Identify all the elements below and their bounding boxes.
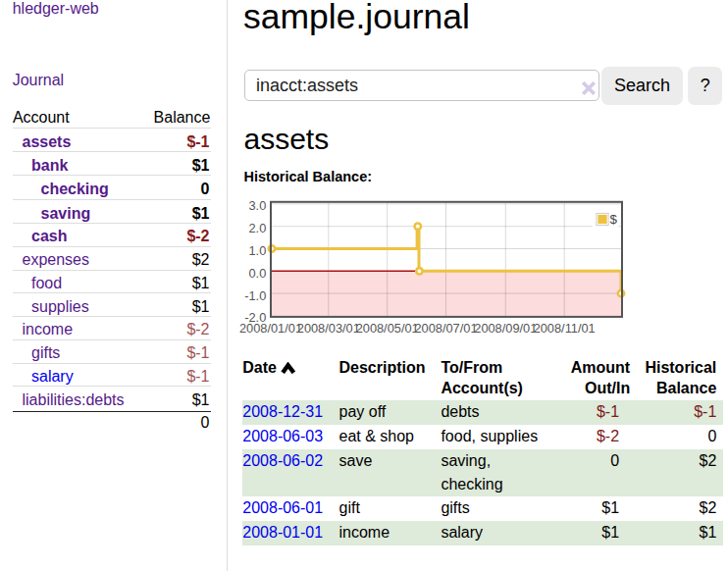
svg-text:$: $ <box>610 212 618 227</box>
svg-text:2.0: 2.0 <box>249 221 267 235</box>
svg-text:2008/09/01: 2008/09/01 <box>474 321 537 336</box>
svg-text:-1.0: -1.0 <box>244 288 266 303</box>
svg-text:2008/01/01: 2008/01/01 <box>239 321 302 336</box>
svg-text:3.0: 3.0 <box>249 198 267 213</box>
svg-text:1.0: 1.0 <box>249 243 267 258</box>
svg-text:0.0: 0.0 <box>249 266 267 281</box>
svg-text:2008/03/01: 2008/03/01 <box>297 321 360 336</box>
svg-text:2008/05/01: 2008/05/01 <box>356 321 419 336</box>
svg-text:2008/11/01: 2008/11/01 <box>534 321 596 336</box>
svg-text:2008/07/01: 2008/07/01 <box>414 321 477 336</box>
